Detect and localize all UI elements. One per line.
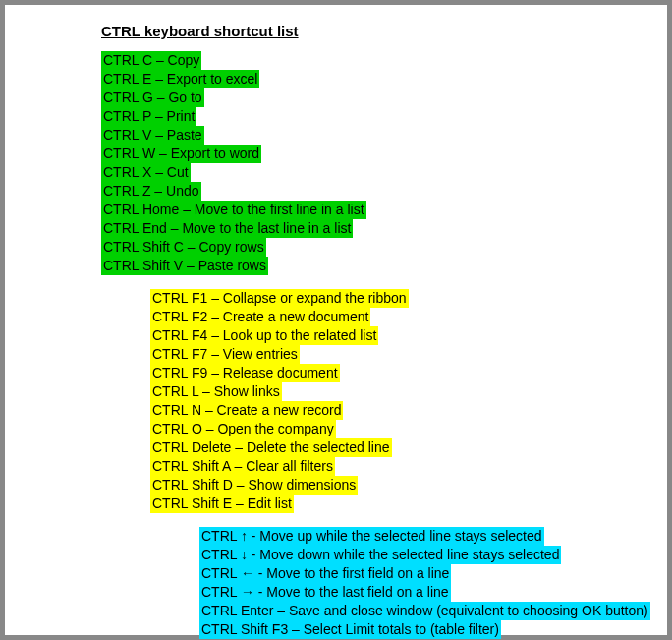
- shortcut-line: CTRL ↓ - Move down while the selected li…: [199, 546, 561, 564]
- shortcut-line: CTRL G – Go to: [101, 88, 204, 107]
- shortcut-line: CTRL → - Move to the last field on a lin…: [199, 583, 451, 602]
- shortcut-line: CTRL Shift A – Clear all filters: [150, 457, 335, 476]
- content-area: CTRL C – CopyCTRL E – Export to excelCTR…: [23, 51, 649, 639]
- shortcut-line: CTRL F1 – Collapse or expand the ribbon: [150, 289, 409, 308]
- shortcut-line: CTRL X – Cut: [101, 163, 191, 182]
- shortcut-line: CTRL O – Open the company: [150, 420, 336, 438]
- page-title: CTRL keyboard shortcut list: [101, 23, 649, 39]
- shortcut-line: CTRL Shift F3 – Select Limit totals to (…: [199, 620, 501, 639]
- shortcut-line: CTRL End – Move to the last line in a li…: [101, 219, 353, 238]
- shortcut-line: CTRL V – Paste: [101, 126, 204, 145]
- shortcut-line: CTRL F7 – View entries: [150, 345, 300, 364]
- shortcut-line: CTRL F9 – Release document: [150, 364, 340, 382]
- shortcut-line: CTRL Shift D – Show dimensions: [150, 476, 358, 495]
- shortcut-line: CTRL Shift V – Paste rows: [101, 257, 268, 275]
- shortcut-line: CTRL ← - Move to the first field on a li…: [199, 564, 451, 583]
- shortcut-line: CTRL P – Print: [101, 107, 196, 126]
- shortcut-group-yellow: CTRL F1 – Collapse or expand the ribbonC…: [150, 289, 649, 513]
- shortcut-line: CTRL Shift C – Copy rows: [101, 238, 266, 257]
- shortcut-line: CTRL C – Copy: [101, 51, 201, 70]
- shortcut-line: CTRL Enter – Save and close window (equi…: [199, 602, 650, 620]
- shortcut-line: CTRL Z – Undo: [101, 182, 201, 201]
- shortcut-line: CTRL ↑ - Move up while the selected line…: [199, 527, 544, 546]
- shortcut-line: CTRL F4 – Look up to the related list: [150, 326, 378, 345]
- shortcut-line: CTRL E – Export to excel: [101, 70, 259, 88]
- shortcut-line: CTRL W – Export to word: [101, 145, 261, 163]
- shortcut-group-green: CTRL C – CopyCTRL E – Export to excelCTR…: [101, 51, 649, 275]
- shortcut-group-cyan: CTRL ↑ - Move up while the selected line…: [199, 527, 649, 639]
- shortcut-line: CTRL F2 – Create a new document: [150, 308, 370, 326]
- document-frame: CTRL keyboard shortcut list CTRL C – Cop…: [0, 0, 672, 640]
- shortcut-line: CTRL Home – Move to the first line in a …: [101, 201, 366, 219]
- shortcut-line: CTRL L – Show links: [150, 382, 282, 401]
- shortcut-line: CTRL Delete – Delete the selected line: [150, 438, 392, 457]
- shortcut-line: CTRL Shift E – Edit list: [150, 495, 294, 513]
- shortcut-line: CTRL N – Create a new record: [150, 401, 343, 420]
